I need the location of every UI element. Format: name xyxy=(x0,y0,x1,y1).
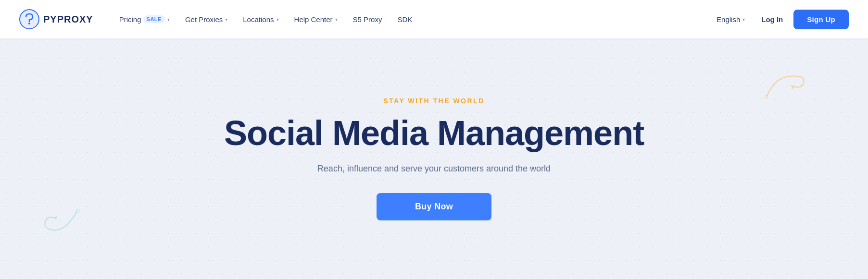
hero-subtitle: STAY WITH THE WORLD xyxy=(224,97,644,105)
logo-text: PYPROXY xyxy=(43,14,93,25)
nav-label-s5-proxy: S5 Proxy xyxy=(353,15,382,24)
signup-button[interactable]: Sign Up xyxy=(793,10,849,29)
logo[interactable]: PYPROXY xyxy=(19,9,93,29)
language-chevron: ▾ xyxy=(742,17,745,22)
navbar: PYPROXY Pricing SALE ▾ Get Proxies ▾ Loc… xyxy=(0,0,868,38)
get-proxies-chevron: ▾ xyxy=(225,17,227,22)
sale-badge: SALE xyxy=(143,15,165,23)
pricing-chevron: ▾ xyxy=(167,17,170,22)
nav-item-pricing[interactable]: Pricing SALE ▾ xyxy=(113,12,176,27)
nav-label-help-center: Help Center xyxy=(294,15,333,24)
hero-section: STAY WITH THE WORLD Social Media Managem… xyxy=(0,38,868,279)
language-selector[interactable]: English ▾ xyxy=(711,12,751,27)
nav-label-pricing: Pricing xyxy=(119,15,141,24)
svg-point-4 xyxy=(76,209,79,212)
nav-label-locations: Locations xyxy=(243,15,274,24)
nav-right: English ▾ Log In Sign Up xyxy=(711,10,849,29)
hero-description: Reach, influence and serve your customer… xyxy=(224,164,644,174)
nav-item-help-center[interactable]: Help Center ▾ xyxy=(288,12,344,27)
buy-now-button[interactable]: Buy Now xyxy=(377,193,491,220)
nav-item-s5-proxy[interactable]: S5 Proxy xyxy=(346,12,389,27)
svg-point-2 xyxy=(28,23,30,24)
help-center-chevron: ▾ xyxy=(335,17,338,22)
deco-top-right-icon xyxy=(762,67,810,106)
svg-point-3 xyxy=(765,96,767,98)
nav-label-sdk: SDK xyxy=(397,15,412,24)
locations-chevron: ▾ xyxy=(277,17,279,22)
nav-label-get-proxies: Get Proxies xyxy=(185,15,223,24)
nav-item-sdk[interactable]: SDK xyxy=(390,12,419,27)
deco-bottom-left-icon xyxy=(38,202,87,241)
logo-icon xyxy=(19,9,39,29)
login-button[interactable]: Log In xyxy=(754,12,791,27)
hero-content: STAY WITH THE WORLD Social Media Managem… xyxy=(224,97,644,220)
nav-item-get-proxies[interactable]: Get Proxies ▾ xyxy=(178,12,234,27)
language-label: English xyxy=(717,15,740,24)
hero-title: Social Media Management xyxy=(224,114,644,152)
nav-item-locations[interactable]: Locations ▾ xyxy=(236,12,285,27)
nav-links: Pricing SALE ▾ Get Proxies ▾ Locations ▾… xyxy=(113,12,711,27)
